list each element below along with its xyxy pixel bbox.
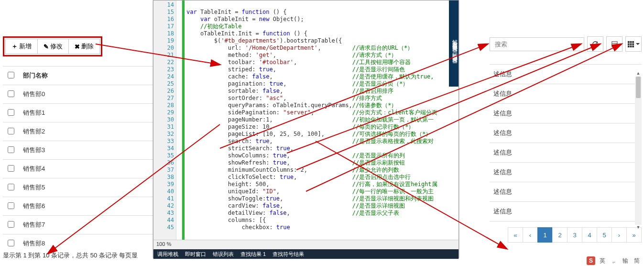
row-name: 销售部7: [19, 216, 161, 234]
pagination: «‹12345›»: [490, 227, 642, 243]
row-name: 销售部2: [19, 122, 161, 141]
scroll-up-icon[interactable]: ▲: [636, 71, 641, 77]
svg-rect-0: [611, 41, 617, 46]
svg-rect-10: [630, 45, 632, 47]
add-button[interactable]: ＋新增: [5, 39, 38, 54]
table-row[interactable]: 销售部2: [3, 122, 161, 141]
table-row[interactable]: 销售部7: [3, 216, 161, 234]
row-checkbox[interactable]: [8, 128, 14, 134]
edit-button[interactable]: ✎修改: [37, 39, 69, 54]
row-name: 销售部5: [19, 178, 161, 197]
solution-explorer-tab[interactable]: 解决方案资源管理器 团队资源管理器: [449, 0, 458, 87]
add-label: 新增: [19, 42, 32, 51]
page-button[interactable]: «: [508, 227, 523, 243]
editor-tab[interactable]: 错误列表: [213, 251, 234, 257]
list-item[interactable]: 述信息: [490, 163, 642, 182]
table-row[interactable]: 销售部0: [3, 85, 161, 104]
page-button[interactable]: ›: [611, 227, 627, 243]
editor-tab[interactable]: 查找符号结果: [273, 251, 304, 257]
table-row[interactable]: 销售部4: [3, 160, 161, 178]
select-all-checkbox[interactable]: [8, 72, 14, 78]
scroll-thumb[interactable]: [636, 77, 641, 98]
svg-rect-4: [630, 41, 632, 43]
svg-rect-7: [630, 43, 632, 45]
code-area[interactable]: var TableInit = function () { var oTable…: [185, 0, 458, 240]
row-checkbox[interactable]: [8, 109, 14, 116]
pagination-info: 显示第 1 到第 10 条记录，总共 50 条记录 每页显: [3, 251, 138, 260]
grid-icon: [627, 41, 634, 48]
page-button[interactable]: 3: [567, 227, 582, 243]
list-item[interactable]: 述信息: [490, 84, 642, 104]
ime-punct-icon[interactable]: ,.: [610, 256, 618, 265]
row-name: 销售部4: [19, 160, 161, 178]
table-row[interactable]: 销售部8: [3, 234, 161, 253]
ime-keyboard-icon[interactable]: 输: [621, 256, 630, 265]
svg-rect-8: [632, 43, 634, 45]
row-name: 销售部8: [19, 234, 161, 253]
refresh-icon: [592, 41, 599, 48]
table-row[interactable]: 销售部5: [3, 178, 161, 197]
row-checkbox[interactable]: [8, 184, 14, 190]
svg-rect-9: [628, 45, 630, 47]
card-list: 述信息述信息述信息述信息述信息述信息述信息述信息: [490, 64, 642, 222]
delete-label: 删除: [81, 42, 94, 51]
search-input[interactable]: [490, 37, 584, 51]
row-checkbox[interactable]: [8, 146, 14, 153]
pencil-icon: ✎: [44, 43, 49, 50]
delete-button[interactable]: ✖删除: [68, 39, 100, 54]
scrollbar[interactable]: ▲ ▼: [635, 77, 642, 225]
ime-toolbar: S 英 ,. 输 简: [587, 256, 641, 265]
row-checkbox[interactable]: [8, 165, 14, 172]
row-checkbox[interactable]: [8, 90, 14, 97]
list-item[interactable]: 述信息: [490, 65, 642, 84]
x-icon: ✖: [75, 43, 80, 50]
list-item[interactable]: 述信息: [490, 182, 642, 202]
toggle-button[interactable]: [606, 36, 622, 52]
plus-icon: ＋: [11, 42, 18, 51]
svg-rect-3: [628, 41, 630, 43]
editor-tab[interactable]: 查找结果 1: [240, 251, 266, 257]
row-checkbox[interactable]: [8, 221, 14, 228]
zoom-level[interactable]: 100 %: [153, 240, 458, 249]
ime-simp-icon[interactable]: 简: [633, 256, 641, 265]
list-icon: [611, 41, 618, 48]
line-gutter: 1415161718192021222324252627282930313233…: [153, 0, 176, 240]
row-checkbox[interactable]: [8, 202, 14, 209]
table-row[interactable]: 销售部1: [3, 104, 161, 122]
edit-label: 修改: [50, 42, 63, 51]
page-button[interactable]: 5: [597, 227, 612, 243]
table-row[interactable]: 销售部6: [3, 197, 161, 216]
page-button[interactable]: 1: [537, 227, 553, 243]
editor-tab[interactable]: 调用堆栈: [157, 251, 178, 257]
ime-sogou-icon[interactable]: S: [587, 256, 595, 265]
row-name: 销售部0: [19, 85, 161, 104]
refresh-button[interactable]: [587, 36, 603, 52]
list-item[interactable]: 述信息: [490, 123, 642, 143]
header-name: 部门名称: [19, 66, 161, 85]
list-item[interactable]: 述信息: [490, 143, 642, 163]
header-checkbox-cell: [3, 66, 19, 85]
svg-rect-5: [632, 41, 634, 43]
row-name: 销售部6: [19, 197, 161, 216]
scroll-down-icon[interactable]: ▼: [636, 225, 641, 231]
ime-lang[interactable]: 英: [598, 256, 607, 265]
department-table: 部门名称 销售部0销售部1销售部2销售部3销售部4销售部5销售部6销售部7销售部…: [3, 66, 161, 253]
table-row[interactable]: 销售部3: [3, 141, 161, 160]
columns-button[interactable]: [625, 36, 642, 52]
list-item[interactable]: 述信息: [490, 202, 642, 222]
page-button[interactable]: ‹: [523, 227, 538, 243]
right-toolbar: [490, 36, 642, 52]
page-button[interactable]: 4: [582, 227, 597, 243]
fold-column: [176, 0, 182, 240]
list-item[interactable]: 述信息: [490, 104, 642, 123]
svg-rect-6: [628, 43, 630, 45]
row-name: 销售部1: [19, 104, 161, 122]
editor-tab[interactable]: 即时窗口: [185, 251, 206, 257]
row-name: 销售部3: [19, 141, 161, 160]
svg-rect-11: [632, 45, 634, 47]
page-button[interactable]: 2: [552, 227, 568, 243]
editor-footer-tabs: 调用堆栈即时窗口错误列表查找结果 1查找符号结果: [153, 249, 458, 259]
toolbar: ＋新增 ✎修改 ✖删除: [3, 36, 102, 56]
row-checkbox[interactable]: [8, 240, 14, 246]
code-editor-overlay: 1415161718192021222324252627282930313233…: [153, 0, 459, 258]
